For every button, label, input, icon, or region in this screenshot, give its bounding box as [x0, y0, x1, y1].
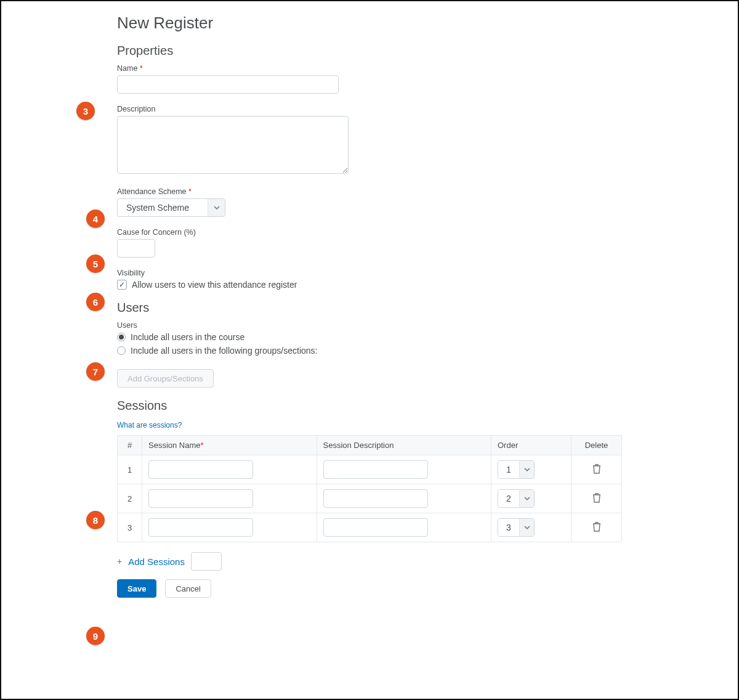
row-num: 3	[118, 513, 142, 542]
table-row: 1 1	[118, 455, 622, 484]
row-num: 1	[118, 455, 142, 484]
concern-label: Cause for Concern (%)	[117, 228, 623, 237]
sessions-heading: Sessions	[117, 399, 623, 413]
session-order-select[interactable]: 1	[498, 460, 535, 479]
session-order-select[interactable]: 3	[498, 518, 535, 537]
users-radio-groups-label: Include all users in the following group…	[131, 346, 318, 356]
save-button[interactable]: Save	[117, 579, 156, 598]
description-label: Description	[117, 105, 623, 113]
visibility-checkbox[interactable]	[117, 280, 127, 290]
session-desc-input[interactable]	[323, 460, 428, 479]
scheme-label: Attendance Scheme *	[117, 187, 623, 196]
col-order: Order	[491, 436, 571, 455]
add-groups-button[interactable]: Add Groups/Sections	[117, 369, 214, 388]
concern-input[interactable]	[117, 239, 155, 258]
row-num: 2	[118, 484, 142, 513]
scheme-select-value: System Scheme	[118, 199, 208, 216]
name-input[interactable]	[117, 75, 339, 94]
step-badge-5: 5	[86, 254, 105, 273]
col-num: #	[118, 436, 142, 455]
col-desc: Session Description	[317, 436, 491, 455]
chevron-down-icon	[208, 199, 225, 216]
session-name-input[interactable]	[148, 489, 253, 508]
step-badge-3: 3	[76, 102, 95, 120]
page-title: New Register	[117, 14, 623, 33]
scheme-select[interactable]: System Scheme	[117, 198, 225, 217]
session-order-select[interactable]: 2	[498, 489, 535, 508]
users-sublabel: Users	[117, 321, 623, 330]
users-radio-all[interactable]	[117, 333, 126, 341]
trash-icon[interactable]	[592, 495, 601, 505]
properties-heading: Properties	[117, 44, 623, 58]
users-radio-groups[interactable]	[117, 346, 126, 355]
table-row: 2 2	[118, 484, 622, 513]
plus-icon: +	[117, 556, 122, 566]
chevron-down-icon	[519, 490, 534, 507]
trash-icon[interactable]	[592, 524, 601, 534]
step-badge-9: 9	[86, 627, 105, 645]
session-desc-input[interactable]	[323, 518, 428, 537]
add-sessions-count-input[interactable]	[191, 552, 222, 571]
users-radio-all-label: Include all users in the course	[131, 332, 244, 342]
step-badge-8: 8	[86, 511, 105, 529]
sessions-table: # Session Name* Session Description Orde…	[117, 435, 622, 542]
step-badge-4: 4	[86, 210, 105, 228]
session-desc-input[interactable]	[323, 489, 428, 508]
col-delete: Delete	[571, 436, 622, 455]
visibility-option-text: Allow users to view this attendance regi…	[132, 280, 297, 290]
session-name-input[interactable]	[148, 518, 253, 537]
step-badge-6: 6	[86, 293, 105, 311]
col-name: Session Name*	[142, 436, 317, 455]
name-label: Name *	[117, 64, 623, 73]
users-heading: Users	[117, 301, 623, 315]
cancel-button[interactable]: Cancel	[165, 579, 211, 598]
add-sessions-link[interactable]: Add Sessions	[128, 556, 185, 567]
session-name-input[interactable]	[148, 460, 253, 479]
table-row: 3 3	[118, 513, 622, 542]
chevron-down-icon	[519, 461, 534, 478]
trash-icon[interactable]	[592, 466, 601, 476]
visibility-label: Visibility	[117, 269, 623, 277]
description-textarea[interactable]	[117, 116, 349, 174]
step-badge-7: 7	[86, 362, 105, 381]
sessions-help-link[interactable]: What are sessions?	[117, 421, 182, 429]
chevron-down-icon	[519, 519, 534, 536]
